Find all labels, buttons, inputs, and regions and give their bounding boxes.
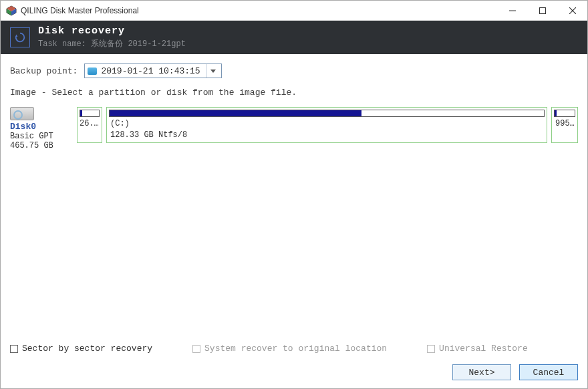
maximize-button[interactable] xyxy=(527,1,557,20)
partition-info: 26... xyxy=(80,119,100,128)
app-logo-icon xyxy=(6,5,17,16)
partition-info: 128.33 GB Ntfs/8 xyxy=(110,130,545,140)
partition-usage-bar xyxy=(80,110,100,117)
titlebar: QILING Disk Master Professional xyxy=(1,1,587,21)
chevron-down-icon xyxy=(206,64,218,78)
page-subtitle: Task name: 系统备份 2019-1-21gpt xyxy=(38,38,186,49)
system-recover-label: System recover to original location xyxy=(204,344,387,354)
close-button[interactable] xyxy=(557,1,587,20)
instruction-text: Image - Select a partition or disk from … xyxy=(10,88,578,98)
drive-icon xyxy=(10,107,34,120)
partition-usage-bar xyxy=(554,110,575,117)
sector-by-sector-checkbox[interactable]: Sector by sector recovery xyxy=(10,344,152,354)
universal-restore-checkbox: Universal Restore xyxy=(427,344,528,354)
partition-1[interactable]: (C:) 128.33 GB Ntfs/8 xyxy=(106,107,547,143)
partition-2[interactable]: 995... xyxy=(551,107,578,143)
checkbox-icon xyxy=(427,345,435,353)
page-title: Disk recovery xyxy=(38,25,186,37)
checkbox-icon xyxy=(10,345,18,353)
partition-0[interactable]: 26... xyxy=(77,107,102,143)
partition-info: 995... xyxy=(555,119,575,128)
window-title: QILING Disk Master Professional xyxy=(21,6,497,15)
disk-type: Basic GPT xyxy=(10,132,73,141)
checkbox-icon xyxy=(192,345,200,353)
recovery-icon xyxy=(10,27,30,47)
svg-rect-5 xyxy=(539,7,545,13)
cancel-button[interactable]: Cancel xyxy=(519,364,578,380)
system-recover-checkbox: System recover to original location xyxy=(192,344,387,354)
partition-label: (C:) xyxy=(110,119,545,128)
window-controls xyxy=(497,1,587,20)
next-button[interactable]: Next> xyxy=(452,364,511,380)
partition-usage-bar xyxy=(109,110,545,117)
disk-size: 465.75 GB xyxy=(10,141,73,150)
disk-name: Disk0 xyxy=(10,122,73,132)
universal-restore-label: Universal Restore xyxy=(439,344,528,354)
svg-marker-9 xyxy=(210,70,216,73)
disk-panel: Disk0 Basic GPT 465.75 GB 26... (C:) 128… xyxy=(6,107,582,150)
backup-point-select[interactable]: 2019-01-21 10:43:15 xyxy=(84,63,222,78)
minimize-button[interactable] xyxy=(497,1,527,20)
disk-icon xyxy=(88,68,97,75)
sector-by-sector-label: Sector by sector recovery xyxy=(22,344,152,354)
backup-point-label: Backup point: xyxy=(10,66,78,76)
task-name-label: Task name: xyxy=(38,39,86,49)
svg-marker-8 xyxy=(15,35,18,37)
backup-point-value: 2019-01-21 10:43:15 xyxy=(101,66,202,76)
page-header: Disk recovery Task name: 系统备份 2019-1-21g… xyxy=(1,21,587,54)
disk-info[interactable]: Disk0 Basic GPT 465.75 GB xyxy=(10,107,73,150)
task-name-value: 系统备份 2019-1-21gpt xyxy=(91,39,186,49)
